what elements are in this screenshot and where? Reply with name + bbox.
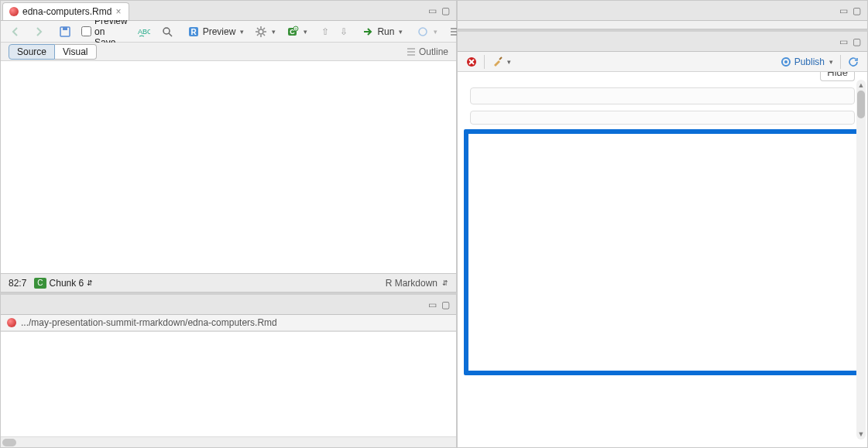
v-scrollbar[interactable]: ▲ ▼ (856, 80, 866, 439)
insert-chunk-icon[interactable]: C+▾ (283, 24, 311, 39)
minimize-icon[interactable]: ▭ (427, 299, 438, 310)
chunk-label: Chunk 6 (50, 278, 84, 289)
run-label: Run (377, 26, 394, 37)
minimize-icon[interactable]: ▭ (838, 36, 849, 47)
svg-point-20 (419, 28, 427, 36)
svg-rect-1 (63, 27, 67, 30)
preview-button[interactable]: R Preview ▾ (184, 24, 249, 39)
console-tabs: ▭ ▢ (1, 295, 456, 315)
save-icon[interactable] (55, 24, 75, 39)
chunk-badge-icon: C (34, 278, 46, 289)
preview-label: Preview (203, 26, 236, 37)
source-statusbar: 82:7 C Chunk 6 ⇵ R Markdown ⇵ (1, 273, 456, 292)
svg-line-12 (257, 28, 259, 29)
viewer-pane: Hide ▲ ▼ (458, 72, 867, 447)
maximize-icon[interactable]: ▢ (851, 5, 863, 16)
svg-text:+: + (294, 26, 297, 31)
gear-icon[interactable]: ▾ (251, 24, 280, 39)
outline-toggle[interactable]: Outline (407, 46, 448, 57)
cursor-pos: 82:7 (9, 278, 26, 289)
h-scrollbar[interactable] (1, 436, 456, 447)
svg-text:R: R (190, 28, 197, 36)
svg-line-4 (169, 33, 172, 36)
render-path: .../may-presentation-summit-rmarkdown/ed… (21, 317, 277, 328)
env-tabs: ▭ ▢ (458, 1, 867, 21)
svg-text:ABC: ABC (138, 28, 150, 36)
publish-label: Publish (794, 56, 825, 67)
viewer-toolbar: ▾ Publish ▾ (458, 52, 867, 72)
file-tab-label: edna-computers.Rmd (22, 6, 112, 17)
source-file-tabs: edna-computers.Rmd × ▭ ▢ (1, 1, 456, 21)
source-editor[interactable] (1, 61, 456, 273)
viewer-code-block (470, 87, 855, 104)
filetype-label: R Markdown (386, 278, 437, 289)
spellcheck-icon[interactable]: ABC (134, 24, 154, 39)
outline-label: Outline (419, 46, 448, 57)
publish-toolbar-icon[interactable]: ▾ (413, 24, 441, 39)
chunk-nav[interactable]: C Chunk 6 ⇵ (34, 278, 93, 289)
viewer-message (470, 111, 855, 125)
render-output[interactable] (1, 331, 456, 436)
viewer-plot-frame (464, 129, 861, 375)
svg-line-13 (263, 34, 265, 36)
svg-line-15 (263, 28, 265, 29)
source-toolbar: Preview on Save ABC R Preview ▾ ▾ C+▾ ⇧ … (1, 21, 456, 43)
minimize-icon[interactable]: ▭ (838, 5, 849, 16)
refresh-icon[interactable] (844, 55, 863, 69)
hide-button[interactable]: Hide (820, 72, 855, 81)
viewer-plot (473, 142, 837, 366)
svg-point-3 (163, 28, 170, 34)
prev-chunk-icon[interactable]: ⇧ (317, 25, 333, 39)
file-tab[interactable]: edna-computers.Rmd × (2, 2, 129, 20)
visual-mode-button[interactable]: Visual (55, 44, 96, 60)
next-chunk-icon[interactable]: ⇩ (336, 25, 352, 39)
filetype-selector[interactable]: R Markdown ⇵ (386, 278, 448, 289)
svg-point-32 (784, 60, 787, 63)
remove-viewer-icon[interactable] (462, 55, 481, 69)
viewer-tabs: ▭ ▢ (458, 32, 867, 52)
find-icon[interactable] (157, 24, 177, 39)
maximize-icon[interactable]: ▢ (440, 5, 451, 16)
broom-icon[interactable]: ▾ (488, 55, 515, 69)
rmd-icon (9, 7, 19, 16)
svg-point-7 (259, 29, 263, 34)
svg-line-14 (257, 34, 259, 36)
minimize-icon[interactable]: ▭ (427, 5, 438, 16)
maximize-icon[interactable]: ▢ (440, 299, 451, 310)
svg-line-30 (499, 57, 502, 60)
close-icon[interactable]: × (115, 7, 121, 16)
run-button[interactable]: Run ▾ (358, 24, 407, 39)
chevron-down-icon: ▾ (240, 28, 244, 36)
source-plot (27, 61, 430, 255)
source-mode-button[interactable]: Source (9, 44, 55, 60)
forward-icon[interactable] (29, 24, 49, 39)
publish-button[interactable]: Publish ▾ (777, 55, 837, 69)
maximize-icon[interactable]: ▢ (851, 36, 863, 47)
rmd-icon (7, 318, 16, 327)
back-icon[interactable] (5, 24, 26, 39)
